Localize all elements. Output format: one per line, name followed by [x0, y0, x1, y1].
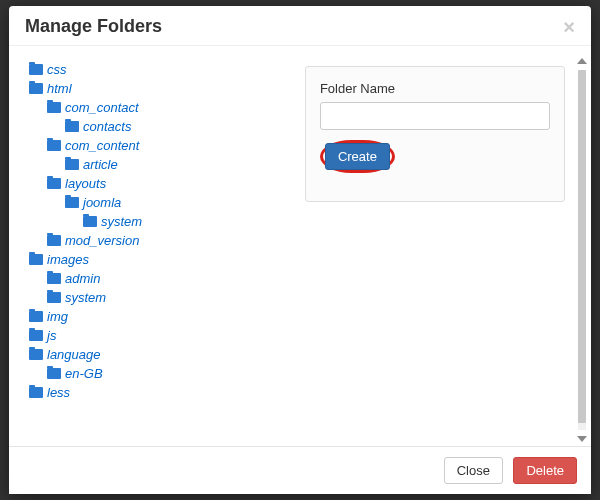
folder-label[interactable]: system	[101, 214, 142, 229]
tree-node: en-GB	[47, 366, 295, 381]
create-button[interactable]: Create	[325, 143, 390, 170]
highlight-annotation: Create	[320, 140, 395, 173]
folder-icon	[47, 273, 61, 284]
folder-tree: csshtmlcom_contactcontactscom_contentart…	[29, 62, 295, 400]
tree-node: com_contactcontacts	[47, 100, 295, 134]
tree-node: less	[29, 385, 295, 400]
scroll-up-icon[interactable]	[577, 58, 587, 64]
delete-button[interactable]: Delete	[513, 457, 577, 484]
folder-label[interactable]: admin	[65, 271, 100, 286]
folder-icon	[65, 197, 79, 208]
tree-node: css	[29, 62, 295, 77]
folder-icon	[29, 387, 43, 398]
tree-node: img	[29, 309, 295, 324]
form-pane: Folder Name Create	[295, 58, 583, 446]
tree-node: layoutsjoomlasystem	[47, 176, 295, 229]
modal-footer: Close Delete	[9, 446, 591, 494]
tree-node: contacts	[65, 119, 295, 134]
scrollbar[interactable]	[575, 58, 589, 442]
folder-icon	[47, 368, 61, 379]
tree-node: imagesadminsystem	[29, 252, 295, 305]
folder-icon	[47, 140, 61, 151]
folder-icon	[47, 102, 61, 113]
create-folder-form: Folder Name Create	[305, 66, 565, 202]
folder-icon	[47, 292, 61, 303]
modal-header: Manage Folders ×	[9, 6, 591, 46]
folder-label[interactable]: com_contact	[65, 100, 139, 115]
close-icon[interactable]: ×	[563, 17, 575, 37]
folder-icon	[83, 216, 97, 227]
folder-icon	[29, 64, 43, 75]
tree-node: js	[29, 328, 295, 343]
folder-name-label: Folder Name	[320, 81, 550, 96]
tree-node: htmlcom_contactcontactscom_contentarticl…	[29, 81, 295, 248]
tree-node: article	[65, 157, 295, 172]
folder-label[interactable]: less	[47, 385, 70, 400]
folder-icon	[29, 349, 43, 360]
manage-folders-modal: Manage Folders × csshtmlcom_contactconta…	[9, 6, 591, 494]
folder-label[interactable]: language	[47, 347, 101, 362]
folder-tree-pane[interactable]: csshtmlcom_contactcontactscom_contentart…	[29, 58, 295, 446]
tree-node: system	[47, 290, 295, 305]
folder-label[interactable]: images	[47, 252, 89, 267]
folder-icon	[47, 178, 61, 189]
folder-icon	[65, 121, 79, 132]
folder-label[interactable]: img	[47, 309, 68, 324]
folder-label[interactable]: layouts	[65, 176, 106, 191]
modal-title: Manage Folders	[25, 16, 162, 37]
tree-node: com_contentarticle	[47, 138, 295, 172]
folder-icon	[47, 235, 61, 246]
folder-label[interactable]: com_content	[65, 138, 139, 153]
tree-node: joomlasystem	[65, 195, 295, 229]
folder-label[interactable]: en-GB	[65, 366, 103, 381]
folder-label[interactable]: system	[65, 290, 106, 305]
folder-label[interactable]: joomla	[83, 195, 121, 210]
tree-node: mod_version	[47, 233, 295, 248]
scroll-down-icon[interactable]	[577, 436, 587, 442]
scroll-thumb[interactable]	[578, 70, 586, 423]
folder-label[interactable]: mod_version	[65, 233, 139, 248]
folder-label[interactable]: contacts	[83, 119, 131, 134]
folder-icon	[29, 254, 43, 265]
tree-node: admin	[47, 271, 295, 286]
folder-icon	[65, 159, 79, 170]
tree-node: system	[83, 214, 295, 229]
tree-node: languageen-GB	[29, 347, 295, 381]
folder-label[interactable]: js	[47, 328, 56, 343]
folder-icon	[29, 311, 43, 322]
modal-body: csshtmlcom_contactcontactscom_contentart…	[9, 46, 591, 446]
folder-label[interactable]: article	[83, 157, 118, 172]
folder-icon	[29, 330, 43, 341]
folder-icon	[29, 83, 43, 94]
close-button[interactable]: Close	[444, 457, 503, 484]
folder-label[interactable]: css	[47, 62, 67, 77]
folder-name-input[interactable]	[320, 102, 550, 130]
folder-label[interactable]: html	[47, 81, 72, 96]
